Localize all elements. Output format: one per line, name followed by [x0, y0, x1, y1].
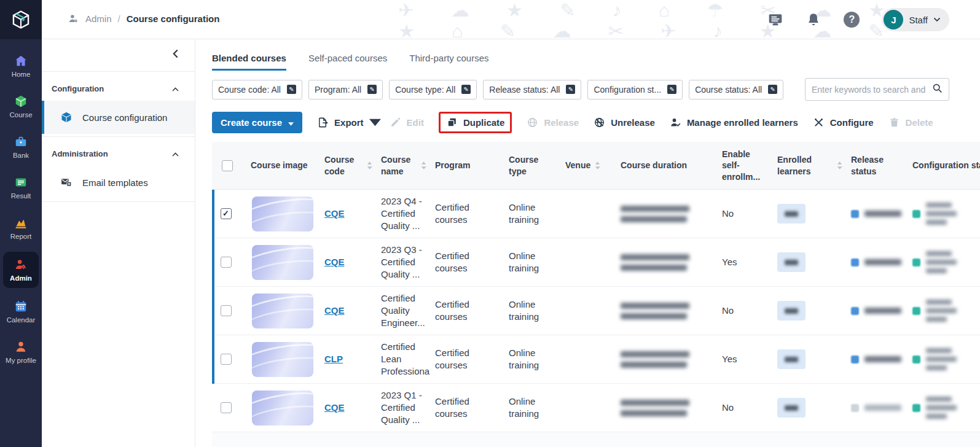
row-checkbox[interactable]: [221, 354, 232, 365]
program-cell: Certified courses: [430, 250, 504, 275]
row-checkbox[interactable]: [221, 305, 232, 316]
column-label: Course name: [381, 154, 417, 176]
course-image-cell: [246, 293, 319, 328]
home-icon: [14, 54, 28, 68]
duplicate-button[interactable]: Duplicate: [446, 117, 505, 128]
unrelease-button[interactable]: Unrelease: [594, 117, 655, 128]
button-label: Edit: [407, 117, 424, 128]
brand-logo[interactable]: [0, 0, 42, 39]
user-check-icon: [670, 117, 681, 128]
filter-release-status-all[interactable]: Release status: All✎: [483, 80, 581, 99]
sidebar-item-bank[interactable]: Bank: [0, 130, 42, 164]
sort-icon[interactable]: [421, 161, 426, 169]
section-header-configuration[interactable]: Configuration: [42, 72, 195, 101]
sidebar-item-home[interactable]: Home: [0, 49, 42, 83]
row-checkbox[interactable]: [221, 208, 232, 219]
collapse-sidebar-icon[interactable]: [172, 49, 179, 61]
configuration-status-cell: [907, 203, 980, 225]
redacted-text: [926, 251, 952, 256]
user-menu[interactable]: J Staff: [882, 8, 949, 31]
redacted-configuration-text: [926, 397, 957, 419]
button-label: Duplicate: [463, 117, 505, 128]
subsidebar-item-email-templates[interactable]: Email templates: [42, 166, 195, 199]
tab-self-paced-courses[interactable]: Self-paced courses: [308, 53, 387, 71]
filter-program-all[interactable]: Program: All✎: [308, 80, 383, 99]
sidebar-item-result[interactable]: Result: [0, 171, 42, 204]
course-type-cell: Online training: [504, 347, 560, 372]
configuration-status-cell: [907, 251, 980, 273]
header-checkbox[interactable]: [222, 160, 233, 171]
release-status-cell: [846, 404, 907, 412]
report-icon: [14, 216, 28, 230]
filter-label: Program: All: [315, 85, 361, 95]
sidebar-item-calendar[interactable]: Calendar: [0, 295, 42, 328]
search-input[interactable]: [812, 85, 927, 95]
configuration-status-dot: [912, 210, 920, 218]
filter-label: Course type: All: [395, 85, 455, 95]
sort-icon[interactable]: [367, 161, 372, 169]
sidebar-item-my-profile[interactable]: My profile: [0, 335, 42, 369]
edit-pencil-icon: ✎: [667, 85, 676, 94]
manage-enrolled-learners-button[interactable]: Manage enrolled learners: [670, 117, 798, 128]
course-code-link[interactable]: CLP: [324, 354, 343, 364]
column-header-course_code[interactable]: Course code: [319, 149, 376, 181]
forum-monitor-icon[interactable]: [767, 12, 783, 28]
column-header-enable_self_enrollment: Enable self-enrollm...: [717, 144, 772, 187]
search-icon[interactable]: [932, 83, 943, 96]
column-label: Release status: [851, 154, 904, 176]
sidebar-item-report[interactable]: Report: [0, 211, 42, 245]
breadcrumb-section[interactable]: Admin: [85, 14, 112, 24]
course-code-link[interactable]: CQE: [324, 305, 345, 316]
user-role-label: Staff: [909, 15, 928, 25]
course-code-link[interactable]: CQE: [324, 257, 345, 267]
row-checkbox[interactable]: [221, 402, 232, 413]
row-checkbox[interactable]: [221, 257, 232, 268]
bell-icon[interactable]: [806, 12, 821, 28]
sort-icon[interactable]: [595, 161, 600, 169]
sort-icon[interactable]: [837, 161, 842, 169]
filter-course-code-all[interactable]: Course code: All✎: [212, 80, 302, 99]
edit-pencil-icon: ✎: [768, 85, 777, 94]
enrolled-learners-cell: [772, 301, 846, 321]
configure-button[interactable]: Configure: [813, 117, 874, 128]
redacted-text: [621, 351, 689, 357]
filter-course-status-all[interactable]: Course status: All✎: [689, 80, 783, 99]
course-image: [252, 196, 313, 231]
column-label: Venue: [565, 160, 590, 171]
trash-icon: [888, 117, 900, 128]
create-course-button[interactable]: Create course: [212, 112, 302, 133]
release-status-dot: [851, 356, 859, 363]
column-header-course_name[interactable]: Course name: [376, 149, 430, 181]
tab-third-party-courses[interactable]: Third-party courses: [409, 53, 488, 71]
sidebar-item-course[interactable]: Course: [0, 90, 42, 123]
release-status-cell: [846, 356, 907, 363]
configuration-status-cell: [907, 397, 980, 419]
column-header-venue[interactable]: Venue: [560, 155, 616, 176]
subsidebar-item-course-configuration[interactable]: Course configuration: [42, 101, 195, 134]
course-code-link[interactable]: CQE: [324, 402, 345, 413]
profile-icon: [14, 340, 28, 354]
enrolled-learners-cell: [772, 349, 846, 369]
help-icon[interactable]: ?: [844, 12, 860, 28]
course-code-cell: CQE: [319, 305, 376, 317]
filter-course-type-all[interactable]: Course type: All✎: [389, 80, 477, 99]
row-select-cell: [212, 354, 246, 365]
section-header-administration[interactable]: Administration: [42, 137, 195, 166]
column-header-enrolled_learners[interactable]: Enrolled learners: [772, 149, 846, 181]
filter-configuration-st[interactable]: Configuration st...✎: [587, 80, 683, 99]
redacted-text: [785, 260, 798, 265]
redacted-text: [926, 220, 947, 225]
calendar-icon: [14, 300, 28, 313]
sidebar-item-label: Home: [12, 71, 31, 78]
redacted-text: [621, 303, 689, 309]
tab-blended-courses[interactable]: Blended courses: [212, 53, 286, 71]
chevron-up-icon: [172, 149, 179, 158]
filter-label: Configuration st...: [594, 85, 661, 95]
column-label: Program: [435, 160, 471, 171]
course-code-link[interactable]: CQE: [324, 208, 345, 219]
table-row: CQE2023 Q3 - Certified Quality ...Certif…: [212, 238, 980, 287]
release-status-dot: [851, 258, 859, 266]
course-image: [252, 245, 313, 280]
sidebar-item-admin[interactable]: Admin: [3, 252, 39, 288]
export-button[interactable]: Export: [317, 117, 375, 128]
